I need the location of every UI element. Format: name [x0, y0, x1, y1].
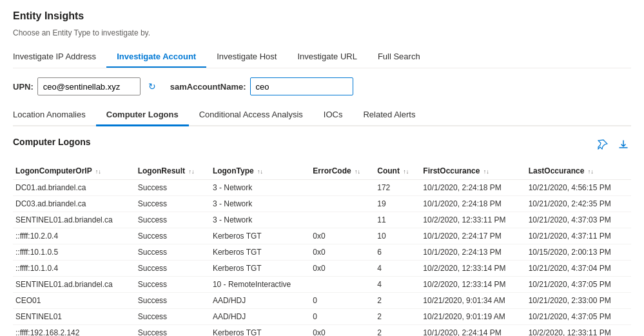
cell-0-1: Success	[135, 180, 210, 196]
cell-5-0: ::ffff:10.1.0.4	[13, 261, 135, 277]
cell-1-1: Success	[135, 196, 210, 212]
cell-5-3: 0x0	[310, 261, 375, 277]
cell-1-3	[310, 196, 375, 212]
sort-icon-count: ↑↓	[403, 168, 409, 175]
cell-6-4: 4	[375, 277, 420, 293]
table-row: ::ffff:10.2.0.4SuccessKerberos TGT0x0101…	[13, 228, 631, 244]
pin-button[interactable]	[595, 138, 610, 153]
cell-2-2: 3 - Network	[210, 212, 310, 228]
cell-1-4: 19	[375, 196, 420, 212]
cell-0-6: 10/21/2020, 4:56:15 PM	[526, 180, 631, 196]
table-row: CEO01SuccessAAD/HDJ0210/21/2020, 9:01:34…	[13, 293, 631, 309]
col-logon-computer[interactable]: LogonComputerOrIP ↑↓	[13, 163, 135, 180]
sort-icon-last-occurrence: ↑↓	[588, 168, 594, 175]
cell-0-2: 3 - Network	[210, 180, 310, 196]
sub-tab-iocs[interactable]: IOCs	[313, 104, 353, 126]
download-button[interactable]	[616, 138, 631, 153]
cell-4-1: Success	[135, 244, 210, 261]
logons-table: LogonComputerOrIP ↑↓ LogonResult ↑↓ Logo…	[13, 163, 631, 336]
cell-0-0: DC01.ad.briandel.ca	[13, 180, 135, 196]
cell-0-3	[310, 180, 375, 196]
table-row: SENTINEL01.ad.briandel.caSuccess10 - Rem…	[13, 277, 631, 293]
cell-7-5: 10/21/2020, 9:01:34 AM	[420, 293, 525, 309]
tab-investigate-url[interactable]: Investigate URL	[287, 46, 367, 68]
upn-group: UPN: ↻	[13, 77, 160, 95]
section-wrapper: Computer Logons LogonComputerOrIP ↑↓	[13, 137, 631, 336]
cell-8-6: 10/21/2020, 4:37:05 PM	[526, 309, 631, 325]
cell-9-2: Kerberos TGT	[210, 325, 310, 337]
sam-input[interactable]	[250, 77, 353, 95]
cell-8-2: AAD/HDJ	[210, 309, 310, 325]
cell-5-1: Success	[135, 261, 210, 277]
cell-3-1: Success	[135, 228, 210, 244]
tab-investigate-account[interactable]: Investigate Account	[106, 46, 206, 68]
cell-9-0: ::ffff:192.168.2.142	[13, 325, 135, 337]
subtitle: Choose an Entity Type to investigate by.	[13, 28, 631, 37]
cell-1-0: DC03.ad.briandel.ca	[13, 196, 135, 212]
cell-3-6: 10/21/2020, 4:37:11 PM	[526, 228, 631, 244]
cell-9-5: 10/1/2020, 2:24:14 PM	[420, 325, 525, 337]
sub-tab-related-alerts[interactable]: Related Alerts	[353, 104, 425, 126]
cell-8-5: 10/21/2020, 9:01:19 AM	[420, 309, 525, 325]
cell-1-6: 10/21/2020, 2:42:35 PM	[526, 196, 631, 212]
upn-label: UPN:	[13, 82, 34, 92]
cell-7-4: 2	[375, 293, 420, 309]
page-title: Entity Insights	[13, 10, 631, 22]
col-logon-result[interactable]: LogonResult ↑↓	[135, 163, 210, 180]
table-row: ::ffff:10.1.0.4SuccessKerberos TGT0x0410…	[13, 261, 631, 277]
cell-3-5: 10/1/2020, 2:24:17 PM	[420, 228, 525, 244]
cell-5-2: Kerberos TGT	[210, 261, 310, 277]
cell-0-4: 172	[375, 180, 420, 196]
table-row: DC03.ad.briandel.caSuccess3 - Network191…	[13, 196, 631, 212]
cell-8-1: Success	[135, 309, 210, 325]
cell-7-2: AAD/HDJ	[210, 293, 310, 309]
section-header: Computer Logons	[13, 137, 631, 155]
tab-full-search[interactable]: Full Search	[367, 46, 431, 68]
cell-7-1: Success	[135, 293, 210, 309]
cell-6-6: 10/21/2020, 4:37:05 PM	[526, 277, 631, 293]
tab-investigate-host[interactable]: Investigate Host	[206, 46, 287, 68]
cell-5-4: 4	[375, 261, 420, 277]
col-error-code[interactable]: ErrorCode ↑↓	[310, 163, 375, 180]
pin-icon	[598, 139, 608, 150]
col-first-occurrence[interactable]: FirstOccurance ↑↓	[420, 163, 525, 180]
upn-input[interactable]	[37, 77, 141, 95]
col-logon-type[interactable]: LogonType ↑↓	[210, 163, 310, 180]
sam-label: samAccountName:	[170, 82, 246, 92]
table-row: SENTINEL01.ad.briandel.caSuccess3 - Netw…	[13, 212, 631, 228]
col-last-occurrence[interactable]: LastOccurance ↑↓	[526, 163, 631, 180]
cell-9-4: 2	[375, 325, 420, 337]
cell-7-3: 0	[310, 293, 375, 309]
table-row: ::ffff:10.1.0.5SuccessKerberos TGT0x0610…	[13, 244, 631, 261]
cell-3-4: 10	[375, 228, 420, 244]
sort-icon-logon-type: ↑↓	[257, 168, 263, 175]
cell-1-2: 3 - Network	[210, 196, 310, 212]
cell-8-4: 2	[375, 309, 420, 325]
sam-group: samAccountName:	[170, 77, 353, 95]
cell-4-2: Kerberos TGT	[210, 244, 310, 261]
sub-tab-conditional-access[interactable]: Conditional Access Analysis	[189, 104, 313, 126]
cell-4-4: 6	[375, 244, 420, 261]
sort-icon-first-occurrence: ↑↓	[483, 168, 489, 175]
sub-tab-location-anomalies[interactable]: Location Anomalies	[13, 104, 96, 126]
tab-investigate-ip[interactable]: Investigate IP Address	[13, 46, 106, 68]
cell-1-5: 10/1/2020, 2:24:18 PM	[420, 196, 525, 212]
table-container: LogonComputerOrIP ↑↓ LogonResult ↑↓ Logo…	[13, 163, 631, 336]
cell-2-6: 10/21/2020, 4:37:03 PM	[526, 212, 631, 228]
cell-3-0: ::ffff:10.2.0.4	[13, 228, 135, 244]
sub-nav: Location Anomalies Computer Logons Condi…	[13, 104, 631, 126]
cell-2-1: Success	[135, 212, 210, 228]
sub-tab-computer-logons[interactable]: Computer Logons	[96, 104, 189, 126]
cell-7-0: CEO01	[13, 293, 135, 309]
section-title: Computer Logons	[13, 137, 91, 147]
cell-6-0: SENTINEL01.ad.briandel.ca	[13, 277, 135, 293]
cell-2-3	[310, 212, 375, 228]
sort-icon-logon-result: ↑↓	[188, 168, 194, 175]
cell-4-0: ::ffff:10.1.0.5	[13, 244, 135, 261]
col-count[interactable]: Count ↑↓	[375, 163, 420, 180]
cell-5-6: 10/21/2020, 4:37:04 PM	[526, 261, 631, 277]
table-row: ::ffff:192.168.2.142SuccessKerberos TGT0…	[13, 325, 631, 337]
cell-8-0: SENTINEL01	[13, 309, 135, 325]
cell-4-6: 10/15/2020, 2:00:13 PM	[526, 244, 631, 261]
refresh-button[interactable]: ↻	[144, 79, 160, 94]
